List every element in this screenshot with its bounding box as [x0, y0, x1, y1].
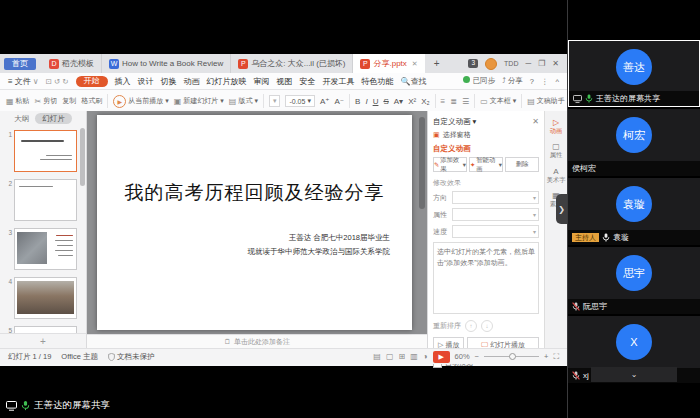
collapse-ribbon-icon[interactable]: ^ [555, 77, 559, 86]
slide-byline[interactable]: 王善达 合肥七中2018届毕业生 现就读于华中师范大学政治与国际关系学院 [248, 231, 391, 260]
slide[interactable]: 我的高考历程回顾及经验分享 王善达 合肥七中2018届毕业生 现就读于华中师范大… [97, 115, 412, 330]
collapse-participants-button[interactable]: ⌄ [591, 367, 677, 382]
user-avatar[interactable] [485, 58, 497, 70]
subscript-button[interactable]: X₂ [421, 97, 429, 106]
thumb-photo-slide[interactable] [14, 277, 77, 319]
font-shrink-button[interactable]: A⁻ [335, 97, 345, 106]
notes-bar[interactable]: 🗒 单击此处添加备注 [87, 334, 427, 348]
close-button[interactable]: ✕ [552, 59, 559, 68]
copy-button[interactable]: 复制 [62, 96, 76, 106]
menu-devtools[interactable]: 开发工具 [323, 76, 355, 87]
strip-animation[interactable]: ▷动画 [550, 119, 563, 134]
canvas-scrollbar[interactable] [419, 117, 425, 209]
share-button[interactable]: ⤴ 分享 [502, 76, 523, 86]
textbox-button[interactable]: ▭文本框▾ [480, 96, 516, 106]
move-up-button[interactable]: ↑ [465, 320, 477, 332]
participant-tile-kehong[interactable]: 柯宏 侯柯宏 [568, 109, 700, 176]
menu-animation[interactable]: 动画 [184, 76, 200, 87]
doc-assistant-button[interactable]: ▤文稿助手 [527, 96, 565, 106]
thumbnail-4[interactable]: 4 [2, 277, 77, 319]
paste-button[interactable]: ▦粘贴 [6, 96, 30, 106]
cut-button[interactable]: ✂剪切 [35, 96, 58, 106]
direction-select[interactable]: ▾ [452, 191, 539, 204]
participant-tile-siyu[interactable]: 思宇 阮思宇 [568, 247, 700, 314]
menu-insert[interactable]: 插入 [115, 76, 131, 87]
thumbnail-1[interactable]: 1 [2, 130, 77, 172]
tab-docer[interactable]: D 稻壳模板 [42, 54, 102, 73]
sorter-view-icon[interactable]: ▢ [386, 352, 394, 361]
move-down-button[interactable]: ↓ [481, 320, 493, 332]
zoom-slider[interactable] [484, 356, 539, 357]
tab-word-doc[interactable]: W How to Write a Book Review [102, 54, 231, 73]
normal-view-icon[interactable]: ▤ [373, 352, 381, 361]
play-from-current-button[interactable]: ▶从当前播放▾ [113, 95, 169, 108]
sync-status[interactable]: 已同步 [463, 76, 495, 86]
doc-protect-status[interactable]: 文档未保护 [108, 352, 155, 362]
participant-tile-shanda[interactable]: 善达 王善达的屏幕共享 [568, 40, 700, 107]
add-effect-button[interactable]: ✎添加效果▾ [433, 157, 467, 172]
help-button[interactable]: ? [530, 77, 534, 86]
delete-effect-button[interactable]: 删除 [505, 157, 539, 172]
slide-title[interactable]: 我的高考历程回顾及经验分享 [97, 180, 412, 206]
maximize-button[interactable]: ❐ [538, 59, 545, 68]
menu-slideshow[interactable]: 幻灯片放映 [207, 76, 247, 87]
slideshow-button[interactable]: ▶ [433, 351, 450, 363]
thumb-text-list-slide[interactable] [14, 326, 77, 333]
notification-badge[interactable]: 3 [468, 59, 478, 68]
tab-outline[interactable]: 大纲 [14, 114, 29, 124]
thumbnail-2[interactable]: 2 [2, 179, 77, 221]
menu-review[interactable]: 审阅 [254, 76, 270, 87]
menu-features[interactable]: 特色功能 [362, 76, 394, 87]
new-tab-button[interactable]: + [425, 54, 449, 73]
strip-properties[interactable]: ▢属性 [550, 143, 563, 158]
close-tab-icon[interactable]: ✕ [412, 60, 418, 68]
strikethrough-button[interactable]: S [383, 97, 388, 106]
contrast-icon[interactable]: ◑ [423, 352, 428, 361]
tab-ppt-broken[interactable]: P 乌合之众: 大众...il (已损坏) [231, 54, 353, 73]
minimize-button[interactable]: ─ [525, 59, 531, 68]
thumbnail-5[interactable]: 5 [2, 326, 77, 333]
zoom-level[interactable]: 60% [455, 352, 470, 361]
font-color-button[interactable]: A▾ [394, 97, 403, 106]
menu-start[interactable]: 开始 [76, 76, 108, 87]
zoom-in-button[interactable]: + [544, 352, 548, 361]
format-painter-button[interactable]: 格式刷 [81, 96, 102, 106]
reading-view-icon[interactable]: ▥ [410, 352, 418, 361]
menu-design[interactable]: 设计 [138, 76, 154, 87]
zoom-slider-knob[interactable] [509, 353, 516, 360]
find-button[interactable]: 🔍查找 [401, 76, 427, 87]
font-size-select[interactable]: -0.05▾ [285, 95, 314, 107]
font-grow-button[interactable]: A⁺ [320, 97, 330, 106]
menu-transition[interactable]: 切换 [161, 76, 177, 87]
zoom-out-button[interactable]: − [475, 352, 479, 361]
tab-share-pptx[interactable]: P 分享.pptx ✕ [353, 54, 424, 73]
strip-wordart[interactable]: A美术字 [547, 168, 566, 183]
new-slide-button[interactable]: ▣新建幻灯片▾ [174, 96, 224, 106]
quick-access-icons[interactable]: ⊡ ↺ ↻ [46, 77, 69, 86]
more-icon[interactable]: ⋮ [541, 77, 549, 86]
grid-view-icon[interactable]: ⊞ [398, 352, 405, 361]
layout-button[interactable]: ▤版式▾ [229, 96, 258, 106]
file-menu[interactable]: ≡ 文件 ∨ [8, 76, 39, 87]
selection-pane-button[interactable]: ▣ 选择窗格 [433, 128, 539, 141]
property-select[interactable]: ▾ [452, 208, 539, 221]
align-icon[interactable]: ☰ [462, 97, 469, 106]
numbered-list-icon[interactable]: ≣ [450, 97, 457, 106]
thumb-photo-text-slide[interactable] [14, 228, 77, 270]
thumb-text-slide[interactable] [14, 179, 77, 221]
thumb-title-slide[interactable] [14, 130, 77, 172]
bold-button[interactable]: B [355, 97, 360, 106]
theme-name[interactable]: Office 主题 [61, 352, 98, 362]
panel-title[interactable]: 自定义动画 ▾ [433, 117, 476, 127]
bullet-list-icon[interactable]: ≡ [441, 97, 446, 106]
superscript-button[interactable]: X² [408, 97, 416, 106]
tab-slides[interactable]: 幻灯片 [35, 113, 72, 124]
add-slide-button[interactable]: + [0, 333, 86, 348]
speed-select[interactable]: ▾ [452, 225, 539, 238]
italic-button[interactable]: I [365, 97, 367, 106]
tab-home[interactable]: 首页 [4, 58, 36, 70]
participant-tile-yuanxuan[interactable]: 袁璇 主持人 袁璇 [568, 178, 700, 245]
underline-button[interactable]: U [373, 97, 379, 106]
menu-view[interactable]: 视图 [277, 76, 293, 87]
close-panel-icon[interactable]: ✕ [532, 117, 539, 126]
